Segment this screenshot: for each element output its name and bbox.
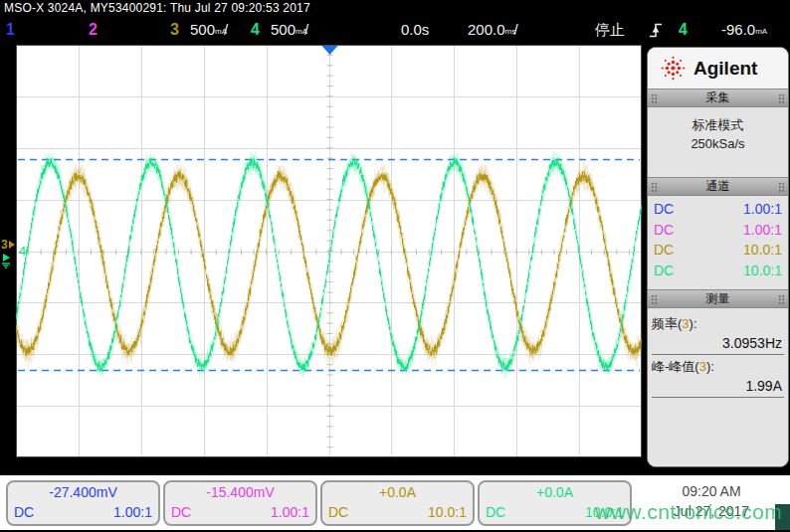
- grip-icon: [778, 294, 785, 304]
- measurement-pkpk-value: 1.99A: [652, 376, 784, 398]
- status-bar: 1 2 3 500mA/ 4 500mA/ 0.0s 200.0ms/ 停止 4…: [0, 17, 790, 45]
- trigger-source: 4: [679, 20, 688, 40]
- measurements-info: 频率(3): 3.0953Hz 峰-峰值(3): 1.99A: [648, 308, 788, 466]
- clock-time: 09:20 AM: [637, 481, 786, 501]
- trigger-level-readout: -96.0mA: [721, 20, 764, 40]
- right-arrow-icon: [8, 240, 16, 250]
- timebase-readout: 200.0ms/: [468, 20, 518, 40]
- channel1-panel[interactable]: -27.400mV DC1.00:1: [6, 480, 160, 526]
- graticule-area: [16, 45, 642, 457]
- channel4-row: DC 10.0:1: [648, 261, 788, 281]
- acquisition-title: 采集: [706, 89, 730, 106]
- brand-bar: Agilent: [648, 48, 788, 89]
- watermark: www.cntronics.com: [595, 500, 782, 524]
- sidebar: Agilent 采集 标准模式 250kSa/s 通道 DC 1.00:1 DC…: [647, 47, 789, 467]
- channels-section-header[interactable]: 通道: [648, 177, 788, 196]
- channel4-indicator[interactable]: 4: [251, 20, 260, 40]
- channel2-panel[interactable]: -15.400mV DC1.00:1: [163, 480, 317, 526]
- channel3-ground-marker[interactable]: 3: [1, 238, 16, 252]
- channel3-scale: 500mA/: [190, 20, 228, 40]
- channels-title: 通道: [706, 178, 730, 195]
- grip-icon: [651, 93, 658, 103]
- scope-model-title: MSO-X 3024A, MY53400291: Thu Jul 27 09:2…: [4, 1, 310, 15]
- ground-arrow-icon: [1, 252, 15, 268]
- oscilloscope-screen: MSO-X 3024A, MY53400291: Thu Jul 27 09:2…: [0, 0, 790, 532]
- channels-info: DC 1.00:1 DC 1.00:1 DC 10.0:1 DC 10.0:1: [648, 196, 788, 289]
- grip-icon: [778, 93, 785, 103]
- channel2-indicator[interactable]: 2: [89, 20, 98, 40]
- measurement-pkpk-label: 峰-峰值(3):: [652, 355, 784, 376]
- sample-rate: 250kSa/s: [648, 134, 788, 153]
- measurement-frequency-label: 频率(3):: [652, 312, 784, 333]
- window-titlebar: MSO-X 3024A, MY53400291: Thu Jul 27 09:2…: [0, 0, 790, 17]
- measure-section-header[interactable]: 测量: [648, 289, 788, 308]
- channel2-row: DC 1.00:1: [648, 220, 788, 241]
- edge-trigger-icon: [649, 22, 663, 44]
- measurement-frequency-value: 3.0953Hz: [652, 333, 784, 355]
- acquisition-section-header[interactable]: 采集: [648, 89, 788, 107]
- brand-name: Agilent: [693, 58, 757, 80]
- acquisition-mode: 标准模式: [648, 115, 788, 134]
- run-state: 停止: [595, 20, 625, 40]
- grip-icon: [778, 182, 785, 192]
- channel1-row: DC 1.00:1: [648, 199, 788, 220]
- agilent-logo-icon: [660, 55, 687, 82]
- channel3-indicator[interactable]: 3: [170, 20, 179, 40]
- measure-title: 测量: [706, 290, 730, 307]
- waveform-display[interactable]: [16, 45, 642, 457]
- delay-readout: 0.0s: [401, 20, 429, 40]
- channel4-scale: 500mA/: [271, 20, 308, 40]
- channel3-panel[interactable]: +0.0A DC10.0:1: [320, 480, 475, 526]
- acquisition-info: 标准模式 250kSa/s: [648, 107, 788, 177]
- channel3-row: DC 10.0:1: [648, 240, 788, 261]
- grip-icon: [651, 294, 658, 304]
- grip-icon: [651, 182, 658, 192]
- channel1-indicator[interactable]: 1: [6, 20, 15, 40]
- channel4-ground-marker[interactable]: [1, 252, 15, 268]
